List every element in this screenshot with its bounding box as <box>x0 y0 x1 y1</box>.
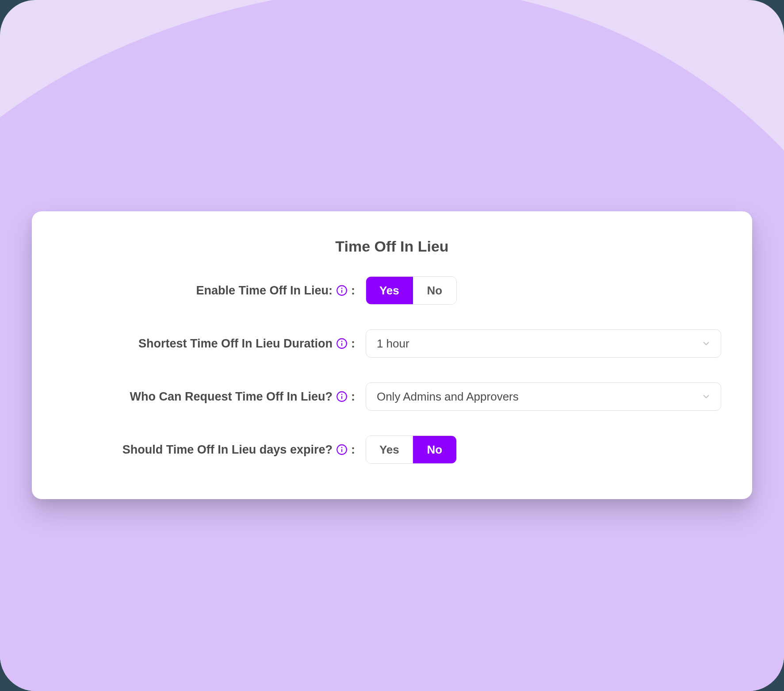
expire-yes-button[interactable]: Yes <box>366 436 413 463</box>
label-wrap-shortest: Shortest Time Off In Lieu Duration : <box>63 337 366 351</box>
colon: : <box>351 390 355 404</box>
enable-label: Enable Time Off In Lieu: <box>196 284 333 298</box>
info-icon[interactable] <box>336 444 348 455</box>
svg-point-8 <box>341 394 343 395</box>
who-can-request-select[interactable]: Only Admins and Approvers <box>366 382 721 411</box>
who-can-request-value: Only Admins and Approvers <box>377 390 519 404</box>
label-wrap-who: Who Can Request Time Off In Lieu? : <box>63 390 366 404</box>
label-wrap-enable: Enable Time Off In Lieu: : <box>63 284 366 298</box>
card-title: Time Off In Lieu <box>63 238 721 255</box>
who-label: Who Can Request Time Off In Lieu? <box>130 390 333 404</box>
enable-no-button[interactable]: No <box>413 277 456 304</box>
expire-no-button[interactable]: No <box>413 436 456 463</box>
enable-toggle-group: Yes No <box>366 276 721 305</box>
info-icon[interactable] <box>336 391 348 402</box>
row-expire-toil: Should Time Off In Lieu days expire? : Y… <box>63 435 721 464</box>
svg-point-11 <box>341 447 343 448</box>
colon: : <box>351 284 355 298</box>
background-stage: Time Off In Lieu Enable Time Off In Lieu… <box>0 0 784 691</box>
svg-point-5 <box>341 341 343 342</box>
settings-card: Time Off In Lieu Enable Time Off In Lieu… <box>32 211 752 499</box>
colon: : <box>351 337 355 351</box>
expire-label: Should Time Off In Lieu days expire? <box>122 443 333 457</box>
chevron-down-icon <box>701 339 711 348</box>
shortest-duration-select[interactable]: 1 hour <box>366 329 721 358</box>
colon: : <box>351 443 355 457</box>
expire-toggle-group: Yes No <box>366 435 721 464</box>
label-wrap-expire: Should Time Off In Lieu days expire? : <box>63 443 366 457</box>
shortest-duration-value: 1 hour <box>377 337 409 351</box>
svg-point-2 <box>341 288 343 289</box>
enable-yes-button[interactable]: Yes <box>366 277 413 304</box>
row-shortest-duration: Shortest Time Off In Lieu Duration : 1 h… <box>63 329 721 358</box>
info-icon[interactable] <box>336 338 348 349</box>
row-who-can-request: Who Can Request Time Off In Lieu? : Only… <box>63 382 721 411</box>
info-icon[interactable] <box>336 285 348 296</box>
shortest-label: Shortest Time Off In Lieu Duration <box>138 337 333 351</box>
row-enable-toil: Enable Time Off In Lieu: : Yes No <box>63 276 721 305</box>
chevron-down-icon <box>701 392 711 401</box>
